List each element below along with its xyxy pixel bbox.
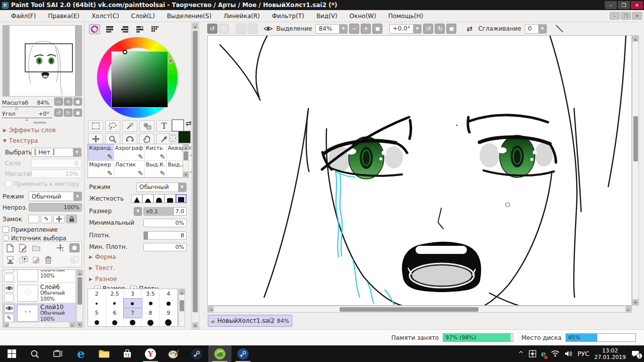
layer-mask-button[interactable] <box>69 243 79 252</box>
menu-ruler[interactable]: Линейка(R) <box>217 11 266 21</box>
scrollbar-thumb[interactable] <box>633 116 638 161</box>
hardness-3-button[interactable] <box>153 194 165 203</box>
size-dot[interactable] <box>124 318 142 327</box>
taskbar-sai-button-active[interactable] <box>208 345 231 362</box>
size-cell-selected[interactable]: 7 <box>124 308 142 318</box>
zoom-in-button[interactable]: + <box>64 98 72 106</box>
size-cell[interactable]: 4 <box>159 289 178 299</box>
layer-list-scrollbar[interactable]: ▲ ▼ <box>76 269 83 328</box>
scroll-right-button[interactable]: ► <box>69 322 75 327</box>
merge-down-button[interactable] <box>5 255 15 264</box>
lock-pencil-button[interactable]: ✎ <box>41 215 52 223</box>
saturation-value-square[interactable] <box>111 51 168 108</box>
undo-button[interactable]: ↺ <box>207 24 217 34</box>
delete-layer-button[interactable] <box>43 255 53 264</box>
hardness-4-button[interactable] <box>165 194 176 203</box>
layer-edit-toggle[interactable]: ✎ <box>4 314 14 322</box>
zoom-reset-button[interactable]: ■ <box>73 98 82 106</box>
size-unit-dropdown[interactable]: ▼ <box>134 207 142 216</box>
scrollbar-thumb[interactable] <box>77 277 82 305</box>
sv-marker[interactable] <box>123 50 127 54</box>
taskbar-store-button[interactable] <box>116 345 139 362</box>
lock-move-button[interactable] <box>53 215 64 223</box>
canvas-zoom-dropdown-icon[interactable]: ▼ <box>339 25 347 33</box>
brush-pencil[interactable]: Каранд.✎ <box>88 144 114 161</box>
brush-size-slider[interactable]: x0.1 7.0 <box>143 207 187 216</box>
new-folder-button[interactable] <box>31 243 41 252</box>
section-texture[interactable]: ▼ Текстура <box>3 137 38 144</box>
lock-all-button[interactable] <box>66 215 77 223</box>
scrollbar-thumb[interactable] <box>340 307 478 312</box>
tab-hsv-sliders[interactable] <box>119 24 130 34</box>
section-shape[interactable]: ▶ Форма <box>89 253 116 260</box>
layer-visibility-toggle[interactable] <box>4 269 14 273</box>
swap-colors-icon[interactable]: ⇄ <box>186 119 192 127</box>
layer-mode-dropdown-icon[interactable]: ▼ <box>73 192 82 201</box>
scroll-up-button[interactable]: ▲ <box>179 289 185 295</box>
magic-wand-tool[interactable] <box>122 120 137 132</box>
taskbar-paint-button[interactable] <box>162 345 185 362</box>
brush-mindensity-slider[interactable]: 0% <box>143 243 187 251</box>
brush-eraser[interactable]: Ластик✎ <box>114 161 145 177</box>
size-cell[interactable]: 9 <box>159 308 178 318</box>
brush-list-scrollbar[interactable]: ▲ ▼ <box>183 144 189 178</box>
document-tab[interactable]: НовыйХолст1.sai2 84% <box>208 315 292 327</box>
layer-row-sloy10-selected[interactable]: ✎ Слой10 Обычный 100% <box>3 303 75 323</box>
menu-filter[interactable]: Фильтр(T) <box>266 11 310 21</box>
brush-mode-dropdown-icon[interactable]: ▼ <box>178 183 186 192</box>
menu-file[interactable]: Файл(F) <box>5 11 42 21</box>
tray-e-icon[interactable]: e <box>541 349 546 358</box>
hardness-5-button[interactable] <box>176 194 187 203</box>
brush-airbrush[interactable]: Аэрограф✎ <box>114 144 145 161</box>
clipping-checkbox[interactable] <box>3 226 9 233</box>
canvas-rotate-cw-button[interactable]: ↻ <box>435 24 445 34</box>
tray-volume-icon[interactable] <box>565 350 573 357</box>
window-minimize-button[interactable]: – <box>605 1 617 9</box>
size-dot[interactable] <box>142 318 160 327</box>
hardness-2-button[interactable] <box>142 194 153 203</box>
scrollbar-thumb[interactable] <box>193 31 198 312</box>
redo-button[interactable]: ↻ <box>219 24 229 34</box>
doc-minimize-button[interactable]: – <box>610 12 620 20</box>
new-vector-layer-button[interactable] <box>18 243 28 252</box>
scroll-up-button[interactable]: ▲ <box>183 144 189 150</box>
canvas-area[interactable] <box>207 35 632 306</box>
scroll-up-button[interactable]: ▲ <box>77 270 83 276</box>
new-layer-button[interactable] <box>5 243 15 252</box>
layer-row-top[interactable]: Обычный 100% <box>3 269 75 283</box>
canvas-vscrollbar[interactable]: ▲ ▼ <box>632 35 639 306</box>
hardness-1-button[interactable] <box>131 194 142 203</box>
task-view-button[interactable] <box>46 345 69 362</box>
smoothing-dropdown-icon[interactable]: ▼ <box>538 25 546 33</box>
stroke-stabilizer-icon[interactable] <box>554 24 565 34</box>
tab-mixer[interactable] <box>134 24 145 34</box>
scroll-up-button[interactable]: ▲ <box>192 23 198 29</box>
layer-row-sloy6[interactable]: Слой6 Обычный 100% <box>3 283 75 303</box>
zoom-out-button[interactable]: − <box>54 98 63 106</box>
texture-scale-value[interactable]: 10% <box>31 169 82 178</box>
layer-visibility-toggle[interactable] <box>4 304 14 313</box>
transparent-color-swatch[interactable] <box>169 135 176 142</box>
text-tool[interactable]: T <box>156 120 172 132</box>
move-tool[interactable] <box>88 133 103 145</box>
size-cell[interactable]: 2.5 <box>106 289 124 299</box>
menu-view[interactable]: Вид(V) <box>310 11 344 21</box>
canvas-zoom-combo[interactable]: 84% ▼ <box>315 24 348 34</box>
taskbar-yandex-button[interactable]: Y <box>139 345 162 362</box>
size-cell[interactable]: 2 <box>88 289 106 299</box>
tool-panel-scrollbar[interactable]: ▲ ▼ <box>191 22 199 329</box>
angle-reset-button[interactable]: ■ <box>73 109 82 117</box>
primary-color-swatch[interactable] <box>172 119 184 132</box>
layer-list-hscrollbar[interactable]: ◄ ► <box>3 322 76 328</box>
language-indicator[interactable]: РУС <box>578 350 589 357</box>
window-restore-button[interactable]: ❐ <box>618 1 630 9</box>
section-layer-effects[interactable]: ▶ Эффекты слоя <box>3 127 56 134</box>
layer-extra-toggle[interactable] <box>4 274 14 282</box>
size-cell[interactable]: 6 <box>106 308 124 318</box>
texture-select-combo[interactable]: [ Нет ] ▼ <box>31 148 82 157</box>
hue-ring-marker[interactable] <box>168 58 173 63</box>
doc-restore-button[interactable]: ❐ <box>621 12 631 20</box>
scroll-down-button[interactable]: ▼ <box>77 321 83 327</box>
layer-opacity-slider[interactable]: 100% <box>29 203 82 212</box>
size-dot[interactable] <box>88 299 106 308</box>
